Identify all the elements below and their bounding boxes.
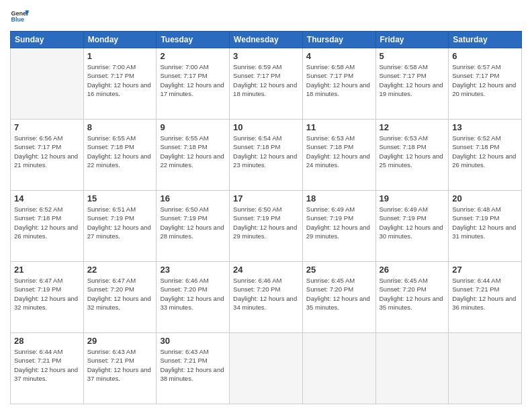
- day-info: Sunrise: 6:44 AMSunset: 7:21 PMDaylight:…: [452, 276, 518, 312]
- weekday-header-sunday: Sunday: [11, 32, 84, 48]
- day-info: Sunrise: 7:00 AMSunset: 7:17 PMDaylight:…: [87, 62, 153, 98]
- day-info: Sunrise: 6:57 AMSunset: 7:17 PMDaylight:…: [452, 62, 518, 98]
- day-info: Sunrise: 6:52 AMSunset: 7:18 PMDaylight:…: [452, 134, 518, 169]
- day-number: 12: [380, 122, 445, 132]
- calendar-cell: 4Sunrise: 6:58 AMSunset: 7:17 PMDaylight…: [302, 48, 375, 120]
- calendar-cell: 6Sunrise: 6:57 AMSunset: 7:17 PMDaylight…: [449, 48, 522, 120]
- weekday-header-thursday: Thursday: [302, 32, 375, 48]
- logo-icon: General Blue: [10, 7, 29, 26]
- day-info: Sunrise: 6:54 AMSunset: 7:18 PMDaylight:…: [233, 134, 299, 169]
- day-number: 21: [14, 265, 80, 275]
- calendar-cell: 11Sunrise: 6:53 AMSunset: 7:18 PMDayligh…: [302, 120, 375, 191]
- calendar-cell: [375, 333, 449, 404]
- day-number: 26: [380, 265, 445, 275]
- day-number: 25: [306, 265, 372, 275]
- day-number: 13: [452, 122, 518, 132]
- calendar-cell: 8Sunrise: 6:55 AMSunset: 7:18 PMDaylight…: [83, 120, 157, 191]
- day-info: Sunrise: 6:48 AMSunset: 7:19 PMDaylight:…: [452, 205, 518, 240]
- day-number: 11: [306, 122, 372, 132]
- calendar-cell: [230, 333, 303, 404]
- calendar-cell: 15Sunrise: 6:51 AMSunset: 7:19 PMDayligh…: [83, 191, 157, 262]
- svg-text:Blue: Blue: [11, 16, 24, 23]
- day-number: 20: [452, 193, 518, 203]
- day-info: Sunrise: 6:44 AMSunset: 7:21 PMDaylight:…: [14, 347, 80, 383]
- day-info: Sunrise: 6:58 AMSunset: 7:17 PMDaylight:…: [306, 62, 372, 98]
- day-info: Sunrise: 6:47 AMSunset: 7:20 PMDaylight:…: [87, 276, 153, 312]
- calendar-cell: 25Sunrise: 6:45 AMSunset: 7:20 PMDayligh…: [302, 262, 375, 333]
- calendar-cell: 19Sunrise: 6:49 AMSunset: 7:19 PMDayligh…: [375, 191, 449, 262]
- day-info: Sunrise: 6:47 AMSunset: 7:19 PMDaylight:…: [14, 276, 80, 312]
- weekday-header-wednesday: Wednesday: [230, 32, 303, 48]
- calendar-cell: 24Sunrise: 6:46 AMSunset: 7:20 PMDayligh…: [230, 262, 303, 333]
- calendar-cell: 21Sunrise: 6:47 AMSunset: 7:19 PMDayligh…: [11, 262, 84, 333]
- page: General Blue SundayMondayTuesdayWednesda…: [0, 0, 532, 411]
- calendar-cell: [302, 333, 375, 404]
- calendar-cell: 23Sunrise: 6:46 AMSunset: 7:20 PMDayligh…: [157, 262, 230, 333]
- calendar-cell: 27Sunrise: 6:44 AMSunset: 7:21 PMDayligh…: [449, 262, 522, 333]
- day-number: 23: [160, 265, 226, 275]
- weekday-header-row: SundayMondayTuesdayWednesdayThursdayFrid…: [11, 32, 522, 48]
- day-info: Sunrise: 6:53 AMSunset: 7:18 PMDaylight:…: [380, 134, 445, 169]
- calendar-cell: 12Sunrise: 6:53 AMSunset: 7:18 PMDayligh…: [375, 120, 449, 191]
- calendar-cell: [449, 333, 522, 404]
- day-info: Sunrise: 6:59 AMSunset: 7:17 PMDaylight:…: [233, 62, 299, 98]
- day-info: Sunrise: 6:52 AMSunset: 7:18 PMDaylight:…: [14, 205, 80, 240]
- calendar-week-row: 14Sunrise: 6:52 AMSunset: 7:18 PMDayligh…: [11, 191, 522, 262]
- weekday-header-saturday: Saturday: [449, 32, 522, 48]
- day-info: Sunrise: 6:43 AMSunset: 7:21 PMDaylight:…: [87, 347, 153, 383]
- calendar-cell: 2Sunrise: 7:00 AMSunset: 7:17 PMDaylight…: [157, 48, 230, 120]
- day-info: Sunrise: 6:49 AMSunset: 7:19 PMDaylight:…: [306, 205, 372, 240]
- day-number: 30: [160, 336, 226, 346]
- weekday-header-friday: Friday: [375, 32, 449, 48]
- day-info: Sunrise: 6:43 AMSunset: 7:21 PMDaylight:…: [160, 347, 226, 383]
- calendar-cell: 7Sunrise: 6:56 AMSunset: 7:17 PMDaylight…: [11, 120, 84, 191]
- calendar-cell: 18Sunrise: 6:49 AMSunset: 7:19 PMDayligh…: [302, 191, 375, 262]
- day-number: 17: [233, 193, 299, 203]
- calendar-cell: 30Sunrise: 6:43 AMSunset: 7:21 PMDayligh…: [157, 333, 230, 404]
- day-number: 5: [380, 51, 445, 61]
- calendar-cell: 10Sunrise: 6:54 AMSunset: 7:18 PMDayligh…: [230, 120, 303, 191]
- day-info: Sunrise: 6:56 AMSunset: 7:17 PMDaylight:…: [14, 134, 80, 169]
- day-number: 28: [14, 336, 80, 346]
- day-info: Sunrise: 6:50 AMSunset: 7:19 PMDaylight:…: [233, 205, 299, 240]
- day-number: 6: [452, 51, 518, 61]
- day-number: 16: [160, 193, 226, 203]
- day-number: 27: [452, 265, 518, 275]
- day-info: Sunrise: 6:45 AMSunset: 7:20 PMDaylight:…: [380, 276, 445, 312]
- logo: General Blue: [10, 7, 29, 26]
- day-info: Sunrise: 6:53 AMSunset: 7:18 PMDaylight:…: [306, 134, 372, 169]
- day-number: 29: [87, 336, 153, 346]
- day-info: Sunrise: 6:51 AMSunset: 7:19 PMDaylight:…: [87, 205, 153, 240]
- calendar-cell: 22Sunrise: 6:47 AMSunset: 7:20 PMDayligh…: [83, 262, 157, 333]
- day-number: 9: [160, 122, 226, 132]
- day-number: 22: [87, 265, 153, 275]
- day-info: Sunrise: 6:55 AMSunset: 7:18 PMDaylight:…: [160, 134, 226, 169]
- day-number: 4: [306, 51, 372, 61]
- day-number: 19: [380, 193, 445, 203]
- day-info: Sunrise: 6:50 AMSunset: 7:19 PMDaylight:…: [160, 205, 226, 240]
- header: General Blue: [10, 7, 522, 26]
- calendar-cell: 26Sunrise: 6:45 AMSunset: 7:20 PMDayligh…: [375, 262, 449, 333]
- day-info: Sunrise: 6:46 AMSunset: 7:20 PMDaylight:…: [160, 276, 226, 312]
- day-number: 14: [14, 193, 80, 203]
- calendar-cell: 20Sunrise: 6:48 AMSunset: 7:19 PMDayligh…: [449, 191, 522, 262]
- day-number: 8: [87, 122, 153, 132]
- day-number: 10: [233, 122, 299, 132]
- day-number: 3: [233, 51, 299, 61]
- day-info: Sunrise: 6:58 AMSunset: 7:17 PMDaylight:…: [380, 62, 445, 98]
- calendar-week-row: 21Sunrise: 6:47 AMSunset: 7:19 PMDayligh…: [11, 262, 522, 333]
- calendar-cell: 29Sunrise: 6:43 AMSunset: 7:21 PMDayligh…: [83, 333, 157, 404]
- calendar-cell: 28Sunrise: 6:44 AMSunset: 7:21 PMDayligh…: [11, 333, 84, 404]
- calendar-cell: 1Sunrise: 7:00 AMSunset: 7:17 PMDaylight…: [83, 48, 157, 120]
- weekday-header-tuesday: Tuesday: [157, 32, 230, 48]
- day-info: Sunrise: 6:45 AMSunset: 7:20 PMDaylight:…: [306, 276, 372, 312]
- day-number: 15: [87, 193, 153, 203]
- calendar-week-row: 1Sunrise: 7:00 AMSunset: 7:17 PMDaylight…: [11, 48, 522, 120]
- day-info: Sunrise: 7:00 AMSunset: 7:17 PMDaylight:…: [160, 62, 226, 98]
- calendar-cell: 17Sunrise: 6:50 AMSunset: 7:19 PMDayligh…: [230, 191, 303, 262]
- calendar-cell: 3Sunrise: 6:59 AMSunset: 7:17 PMDaylight…: [230, 48, 303, 120]
- day-info: Sunrise: 6:46 AMSunset: 7:20 PMDaylight:…: [233, 276, 299, 312]
- calendar-cell: 14Sunrise: 6:52 AMSunset: 7:18 PMDayligh…: [11, 191, 84, 262]
- calendar-cell: [11, 48, 84, 120]
- weekday-header-monday: Monday: [83, 32, 157, 48]
